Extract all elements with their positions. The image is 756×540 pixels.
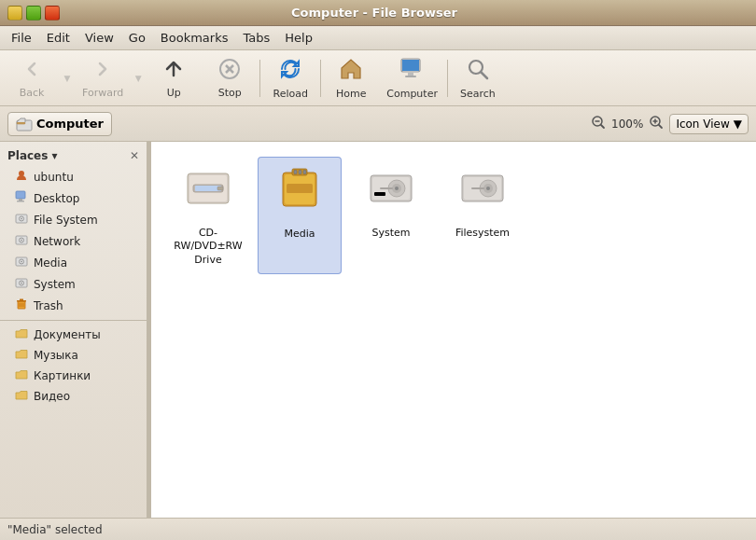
video-folder-icon	[15, 389, 28, 404]
sidebar-item-system[interactable]: System	[0, 273, 147, 295]
sidebar-item-media[interactable]: Media	[0, 252, 147, 273]
zoom-controls: 100% Icon View ▼	[589, 113, 749, 134]
toolbar-separator-1	[259, 60, 260, 97]
home-icon	[339, 57, 363, 86]
sidebar-item-label: File System	[34, 214, 98, 227]
media-label: Media	[284, 228, 315, 241]
system-icon	[15, 276, 28, 292]
zoom-level: 100%	[611, 118, 643, 131]
svg-rect-51	[303, 171, 306, 174]
back-arrow-button[interactable]: ▼	[60, 53, 75, 104]
status-text: "Media" selected	[7, 523, 103, 536]
system-label: System	[371, 227, 410, 240]
svg-rect-6	[405, 76, 416, 77]
menu-go[interactable]: Go	[121, 28, 153, 48]
menu-help[interactable]: Help	[277, 28, 320, 48]
media-drive-icon	[275, 165, 324, 224]
forward-button[interactable]: Forward	[75, 53, 131, 104]
sidebar-item-trash[interactable]: Trash	[0, 295, 147, 316]
sidebar-item-pictures[interactable]: Картинки	[0, 366, 147, 386]
sidebar-item-documents[interactable]: Документы	[0, 325, 147, 345]
home-button[interactable]: Home	[323, 53, 379, 104]
zoom-out-button[interactable]	[589, 113, 608, 134]
back-button[interactable]: Back	[4, 53, 60, 104]
svg-point-63	[486, 187, 490, 190]
sidebar-section-arrow: ▾	[52, 149, 58, 162]
sidebar-item-video[interactable]: Видео	[0, 386, 147, 407]
svg-rect-58	[374, 192, 385, 196]
svg-line-8	[481, 72, 487, 78]
sidebar-item-label: ubuntu	[34, 171, 74, 184]
sidebar-item-label: Trash	[34, 299, 63, 312]
ubuntu-icon	[15, 169, 28, 185]
computer-label: Computer	[386, 88, 438, 100]
forward-arrow-button[interactable]: ▼	[131, 53, 146, 104]
cdrom-label: CD-RW/DVD±RWDrive	[170, 227, 246, 267]
svg-point-56	[395, 187, 399, 190]
sidebar-item-label: Media	[34, 256, 67, 270]
svg-line-17	[659, 125, 662, 128]
file-icon-media[interactable]: Media	[258, 157, 342, 274]
location-label: Computer	[36, 117, 104, 131]
svg-rect-20	[19, 199, 22, 201]
location-button[interactable]: Computer	[7, 112, 112, 136]
reload-button[interactable]: Reload	[262, 53, 318, 104]
computer-button[interactable]: Computer	[379, 53, 445, 104]
up-button[interactable]: Up	[146, 53, 202, 104]
sidebar-item-music[interactable]: Музыка	[0, 345, 147, 366]
close-button[interactable]	[45, 6, 60, 21]
view-mode-label: Icon View	[676, 118, 729, 131]
main-content: Places ▾ ✕ ubuntu Desktop	[0, 142, 756, 518]
stop-label: Stop	[218, 87, 242, 99]
minimize-button[interactable]	[7, 6, 22, 21]
file-icon-filesystem[interactable]: Filesystem	[441, 157, 525, 274]
sidebar-item-ubuntu[interactable]: ubuntu	[0, 166, 147, 187]
sidebar-close-button[interactable]: ✕	[130, 149, 139, 162]
menubar: File Edit View Go Bookmarks Tabs Help	[0, 26, 756, 50]
menu-bookmarks[interactable]: Bookmarks	[153, 28, 236, 48]
sidebar-item-label: System	[34, 278, 76, 291]
up-icon	[162, 58, 185, 85]
menu-view[interactable]: View	[77, 28, 121, 48]
svg-rect-57	[380, 187, 393, 189]
zoom-in-button[interactable]	[647, 113, 665, 134]
svg-point-24	[21, 218, 22, 220]
sidebar-item-filesystem[interactable]: File System	[0, 209, 147, 230]
sidebar-item-desktop[interactable]: Desktop	[0, 187, 147, 209]
file-icon-system[interactable]: System	[349, 157, 433, 274]
svg-line-13	[601, 125, 604, 128]
window-title: Computer - File Browser	[60, 6, 689, 20]
sidebar-item-label: Network	[34, 235, 80, 248]
menu-file[interactable]: File	[4, 28, 39, 48]
sidebar-item-label: Видео	[34, 390, 70, 403]
documents-folder-icon	[15, 327, 28, 342]
svg-rect-64	[471, 187, 484, 189]
view-mode-select[interactable]: Icon View ▼	[669, 114, 749, 134]
svg-rect-19	[16, 191, 25, 199]
toolbar-separator-2	[320, 60, 321, 97]
back-label: Back	[20, 87, 45, 99]
file-icon-cdrom[interactable]: CD-RW/DVD±RWDrive	[166, 157, 250, 274]
stop-button[interactable]: Stop	[202, 53, 258, 104]
toolbar: Back ▼ Forward ▼ Up Stop	[0, 50, 756, 106]
sidebar-item-label: Картинки	[34, 369, 91, 382]
reload-label: Reload	[273, 88, 308, 100]
sidebar-item-label: Музыка	[34, 349, 78, 362]
svg-rect-4	[402, 60, 419, 71]
svg-rect-36	[20, 299, 23, 301]
sidebar-item-label: Документы	[34, 328, 101, 341]
svg-rect-35	[17, 300, 26, 302]
reload-icon	[278, 57, 302, 86]
menu-tabs[interactable]: Tabs	[235, 28, 277, 48]
locationbar: Computer 100% Icon View ▼	[0, 106, 756, 142]
media-icon	[15, 255, 28, 270]
statusbar: "Media" selected	[0, 518, 756, 540]
menu-edit[interactable]: Edit	[39, 28, 77, 48]
svg-rect-50	[299, 171, 301, 174]
filesystem-label: Filesystem	[455, 227, 510, 240]
svg-rect-21	[17, 201, 24, 202]
search-button[interactable]: Search	[450, 53, 506, 104]
sidebar-item-network[interactable]: Network	[0, 230, 147, 252]
toolbar-separator-3	[447, 60, 448, 97]
maximize-button[interactable]	[26, 6, 41, 21]
